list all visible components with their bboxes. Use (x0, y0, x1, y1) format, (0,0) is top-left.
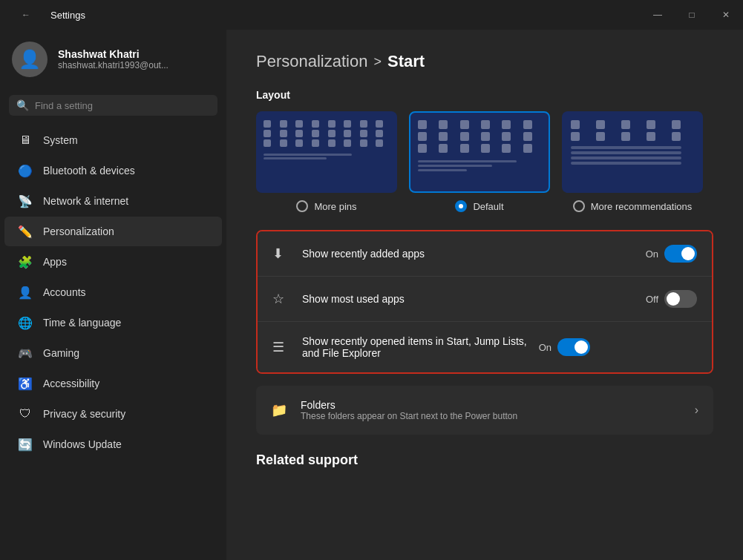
minimize-button[interactable]: — (641, 0, 675, 30)
update-icon: 🔄 (18, 437, 33, 452)
toggle-switch-recently-added[interactable] (664, 245, 697, 263)
avatar: 👤 (12, 42, 48, 77)
setting-toggle-recent-items: On (539, 338, 590, 356)
toggle-switch-recent-items[interactable] (557, 338, 590, 356)
sidebar-item-accessibility[interactable]: ♿ Accessibility (4, 369, 222, 398)
thumbnail-more-recs (562, 111, 703, 193)
privacy-icon: 🛡 (18, 406, 33, 421)
sidebar-label-accounts: Accounts (43, 286, 86, 298)
network-icon: 📡 (18, 194, 33, 208)
setting-label-recently-added: Show recently added apps (302, 248, 634, 260)
toggle-label-most-used: Off (646, 294, 658, 305)
folders-title: Folders (301, 399, 683, 411)
sidebar: 👤 Shashwat Khatri shashwat.khatri1993@ou… (0, 30, 226, 560)
folder-icon: 📁 (271, 402, 289, 418)
layout-option-more-recs[interactable]: More recommendations (562, 111, 703, 212)
toggle-switch-most-used[interactable] (664, 290, 697, 308)
thumbnail-default (409, 111, 550, 193)
layout-label-more-pins: More pins (296, 200, 356, 212)
sidebar-label-network: Network & internet (43, 195, 128, 207)
sidebar-item-gaming[interactable]: 🎮 Gaming (4, 338, 222, 368)
titlebar-left: ← Settings (9, 0, 85, 30)
setting-label-recent-items: Show recently opened items in Start, Jum… (302, 335, 527, 359)
layout-label-text-more-recs: More recommendations (591, 201, 693, 212)
content-area: Personalization > Start Layout More pins (226, 30, 743, 560)
toggle-knob-recently-added (681, 247, 695, 260)
setting-toggle-most-used: Off (646, 290, 697, 308)
setting-row-most-used[interactable]: ☆ Show most used apps Off (258, 277, 712, 322)
sidebar-label-system: System (43, 134, 78, 146)
search-icon: 🔍 (16, 99, 29, 111)
layout-option-more-pins[interactable]: More pins (256, 111, 397, 212)
toggle-label-recently-added: On (646, 248, 658, 260)
sidebar-label-gaming: Gaming (43, 347, 79, 359)
folders-subtitle: These folders appear on Start next to th… (301, 411, 683, 421)
sidebar-item-bluetooth[interactable]: 🔵 Bluetooth & devices (4, 156, 222, 185)
sidebar-item-update[interactable]: 🔄 Windows Update (4, 429, 222, 459)
sidebar-label-personalization: Personalization (43, 225, 114, 237)
toggle-knob-most-used (667, 292, 680, 306)
sidebar-item-time[interactable]: 🌐 Time & language (4, 308, 222, 337)
search-input[interactable] (35, 100, 210, 111)
gaming-icon: 🎮 (18, 346, 33, 360)
system-icon: 🖥 (18, 133, 33, 148)
related-support-title: Related support (256, 452, 713, 468)
search-box[interactable]: 🔍 (9, 95, 217, 116)
accounts-icon: 👤 (18, 285, 33, 300)
layout-label-text-default: Default (473, 201, 503, 212)
layout-label-default: Default (455, 200, 503, 212)
thumbnail-more-pins (256, 111, 397, 193)
chevron-right-icon: › (695, 403, 698, 417)
sidebar-item-system[interactable]: 🖥 System (4, 125, 222, 155)
sidebar-item-privacy[interactable]: 🛡 Privacy & security (4, 399, 222, 429)
user-info: Shashwat Khatri shashwat.khatri1993@out.… (58, 48, 168, 70)
radio-more-recs[interactable] (573, 200, 585, 212)
main-layout: 👤 Shashwat Khatri shashwat.khatri1993@ou… (0, 30, 743, 560)
sidebar-label-accessibility: Accessibility (43, 378, 99, 389)
breadcrumb-separator: > (373, 54, 382, 70)
radio-more-pins[interactable] (296, 200, 308, 212)
user-name: Shashwat Khatri (58, 48, 168, 60)
sidebar-label-bluetooth: Bluetooth & devices (43, 165, 135, 177)
settings-group: ⬇ Show recently added apps On ☆ Show mos… (256, 230, 713, 374)
radio-default[interactable] (455, 200, 467, 212)
layout-section-title: Layout (256, 89, 713, 101)
breadcrumb-current: Start (387, 52, 425, 71)
user-profile[interactable]: 👤 Shashwat Khatri shashwat.khatri1993@ou… (0, 30, 226, 89)
toggle-knob-recent-items (575, 340, 588, 354)
sidebar-label-apps: Apps (43, 256, 67, 268)
layout-label-more-recs: More recommendations (573, 200, 693, 212)
setting-icon-recently-added: ⬇ (272, 246, 290, 262)
sidebar-item-apps[interactable]: 🧩 Apps (4, 247, 222, 277)
breadcrumb: Personalization > Start (256, 52, 713, 71)
sidebar-label-privacy: Privacy & security (43, 408, 125, 420)
close-button[interactable]: ✕ (709, 0, 743, 30)
setting-row-recent-items[interactable]: ☰ Show recently opened items in Start, J… (258, 322, 712, 372)
setting-icon-recent-items: ☰ (272, 339, 290, 355)
sidebar-item-personalization[interactable]: ✏️ Personalization (4, 217, 222, 246)
setting-toggle-recently-added: On (646, 245, 697, 263)
personalization-icon: ✏️ (18, 224, 33, 239)
breadcrumb-parent: Personalization (256, 52, 367, 71)
layout-label-text-more-pins: More pins (314, 201, 356, 212)
setting-row-recently-added[interactable]: ⬇ Show recently added apps On (258, 231, 712, 277)
sidebar-item-accounts[interactable]: 👤 Accounts (4, 277, 222, 307)
window-controls: — □ ✕ (641, 0, 743, 30)
setting-label-most-used: Show most used apps (302, 293, 634, 305)
back-button[interactable]: ← (9, 0, 43, 30)
maximize-button[interactable]: □ (675, 0, 709, 30)
sidebar-label-time: Time & language (43, 317, 121, 329)
titlebar: ← Settings — □ ✕ (0, 0, 743, 30)
folders-row[interactable]: 📁 Folders These folders appear on Start … (256, 386, 713, 435)
user-email: shashwat.khatri1993@out... (58, 60, 168, 70)
time-icon: 🌐 (18, 315, 33, 330)
folders-label: Folders These folders appear on Start ne… (301, 399, 683, 421)
sidebar-item-network[interactable]: 📡 Network & internet (4, 186, 222, 216)
sidebar-label-update: Windows Update (43, 438, 122, 450)
apps-icon: 🧩 (18, 254, 33, 269)
layout-options: More pins Default (256, 111, 713, 212)
bluetooth-icon: 🔵 (18, 163, 33, 178)
accessibility-icon: ♿ (18, 376, 33, 391)
layout-option-default[interactable]: Default (409, 111, 550, 212)
toggle-label-recent-items: On (539, 342, 551, 353)
